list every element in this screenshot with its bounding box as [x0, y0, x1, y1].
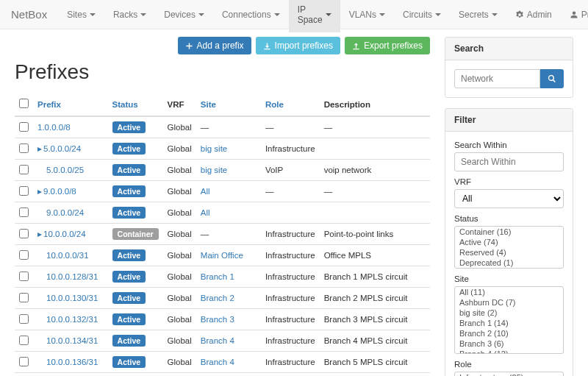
row-checkbox[interactable]	[19, 314, 29, 324]
description-cell	[320, 202, 430, 224]
search-icon	[548, 74, 556, 83]
site-link[interactable]: Branch 4	[201, 358, 234, 366]
prefix-link[interactable]: 9.0.0.0/8	[43, 187, 76, 196]
list-item[interactable]: Active (74)	[455, 237, 563, 247]
list-item[interactable]: Ashburn DC (7)	[455, 297, 563, 308]
nav-vlans[interactable]: VLANs	[340, 2, 394, 27]
site-link[interactable]: Branch 3	[201, 315, 234, 324]
add-prefix-button[interactable]: Add a prefix	[178, 37, 251, 54]
vrf-label: VRF	[454, 177, 564, 186]
search-within-input[interactable]	[454, 152, 564, 171]
site-link[interactable]: Branch 2	[201, 294, 234, 302]
prefix-link[interactable]: 10.0.0.136/31	[46, 358, 98, 366]
role-cell: Infrastructure	[261, 352, 320, 373]
description-cell: Branch 3 MPLS circuit	[320, 309, 430, 330]
status-badge: Active	[112, 271, 146, 283]
prefix-link[interactable]: 10.0.0.130/31	[46, 294, 98, 302]
search-input[interactable]	[454, 69, 540, 88]
list-item[interactable]: Container (16)	[455, 227, 563, 237]
description-cell: Branch 5 MPLS circuit	[320, 352, 430, 373]
col-status[interactable]: Status	[112, 100, 138, 109]
list-item[interactable]: Branch 3 (6)	[455, 338, 563, 349]
search-button[interactable]	[540, 69, 564, 88]
list-item[interactable]: big site (2)	[455, 308, 563, 318]
row-checkbox[interactable]	[19, 336, 29, 345]
col-vrf: VRF	[168, 100, 184, 109]
row-checkbox[interactable]	[19, 272, 29, 281]
col-role[interactable]: Role	[265, 100, 284, 109]
prefix-link[interactable]: 1.0.0.0/8	[37, 123, 71, 132]
nav-ip-space[interactable]: IP Space	[289, 0, 340, 32]
prefix-link[interactable]: 10.0.0.132/31	[46, 315, 98, 324]
site-listbox[interactable]: All (11)Ashburn DC (7)big site (2)Branch…	[454, 286, 564, 354]
role-listbox[interactable]: Infrastructure (25)Management (8)Private…	[454, 372, 564, 376]
list-item[interactable]: All (11)	[455, 287, 563, 297]
nav-profile[interactable]: Profile	[561, 2, 588, 27]
site-link[interactable]: All	[201, 187, 210, 196]
status-listbox[interactable]: Container (16)Active (74)Reserved (4)Dep…	[454, 226, 564, 269]
prefix-link[interactable]: 5.0.0.0/25	[46, 166, 84, 174]
prefix-link[interactable]: 10.0.0.0/31	[46, 251, 89, 260]
role-cell: —	[261, 181, 320, 202]
prefix-link[interactable]: 5.0.0.0/24	[43, 144, 81, 153]
export-prefixes-button[interactable]: Export prefixes	[345, 37, 430, 54]
row-checkbox[interactable]	[19, 165, 29, 174]
expand-icon[interactable]: ▸	[37, 230, 42, 238]
nav-secrets[interactable]: Secrets	[450, 2, 506, 27]
nav-sites[interactable]: Sites	[58, 2, 104, 27]
col-prefix[interactable]: Prefix	[37, 100, 61, 109]
list-item[interactable]: Branch 2 (10)	[455, 328, 563, 338]
prefix-link[interactable]: 9.0.0.0/24	[46, 208, 84, 217]
prefix-link[interactable]: 10.0.0.128/31	[46, 272, 98, 281]
role-label: Role	[454, 360, 564, 369]
status-badge: Container	[112, 228, 159, 240]
vrf-cell: Global	[163, 224, 196, 245]
brand[interactable]: NetBox	[11, 8, 47, 21]
table-row: ▸9.0.0.0/8ActiveGlobalAll——	[15, 181, 430, 202]
status-badge: Active	[112, 143, 146, 155]
list-item[interactable]: Reserved (4)	[455, 247, 563, 258]
row-checkbox[interactable]	[19, 122, 29, 132]
row-checkbox[interactable]	[19, 250, 29, 260]
table-row: 10.0.0.138/31ActiveGlobalBranch 1Infrast…	[15, 373, 430, 377]
table-row: 5.0.0.0/25ActiveGlobalbig siteVoIPvoip n…	[15, 160, 430, 181]
nav-racks[interactable]: Racks	[104, 2, 155, 27]
caret-icon	[435, 13, 441, 16]
site-link[interactable]: All	[201, 208, 210, 217]
list-item[interactable]: Branch 1 (14)	[455, 318, 563, 328]
row-checkbox[interactable]	[19, 357, 29, 366]
vrf-cell: Global	[163, 245, 196, 266]
prefix-link[interactable]: 10.0.0.134/31	[46, 336, 98, 345]
nav-admin[interactable]: Admin	[506, 2, 561, 27]
table-row: 10.0.0.128/31ActiveGlobalBranch 1Infrast…	[15, 266, 430, 288]
caret-icon	[198, 13, 204, 16]
site-link[interactable]: Branch 4	[201, 336, 234, 345]
vrf-select[interactable]: All	[454, 189, 564, 208]
nav-devices[interactable]: Devices	[155, 2, 213, 27]
select-all-checkbox[interactable]	[19, 99, 29, 108]
row-checkbox[interactable]	[19, 229, 29, 238]
row-checkbox[interactable]	[19, 293, 29, 302]
nav-circuits[interactable]: Circuits	[394, 2, 450, 27]
list-item[interactable]: Branch 4 (12)	[455, 349, 563, 354]
nav-connections[interactable]: Connections	[213, 2, 289, 27]
import-prefixes-button[interactable]: Import prefixes	[256, 37, 340, 54]
row-checkbox[interactable]	[19, 143, 29, 153]
expand-icon[interactable]: ▸	[37, 187, 42, 196]
vrf-cell: Global	[163, 330, 196, 352]
prefix-link[interactable]: 10.0.0.0/24	[43, 230, 86, 238]
site-link[interactable]: big site	[201, 166, 227, 174]
list-item[interactable]: Infrastructure (25)	[455, 372, 563, 376]
list-item[interactable]: Deprecated (1)	[455, 258, 563, 268]
expand-icon[interactable]: ▸	[37, 144, 42, 153]
row-checkbox[interactable]	[19, 207, 29, 217]
site-link[interactable]: Branch 1	[201, 272, 234, 281]
caret-icon	[274, 13, 280, 16]
caret-icon	[90, 13, 96, 16]
site-link[interactable]: big site	[201, 144, 227, 153]
plus-icon	[185, 42, 193, 50]
site-link[interactable]: Main Office	[201, 251, 243, 260]
col-site[interactable]: Site	[201, 100, 216, 109]
vrf-cell: Global	[163, 181, 196, 202]
row-checkbox[interactable]	[19, 186, 29, 196]
